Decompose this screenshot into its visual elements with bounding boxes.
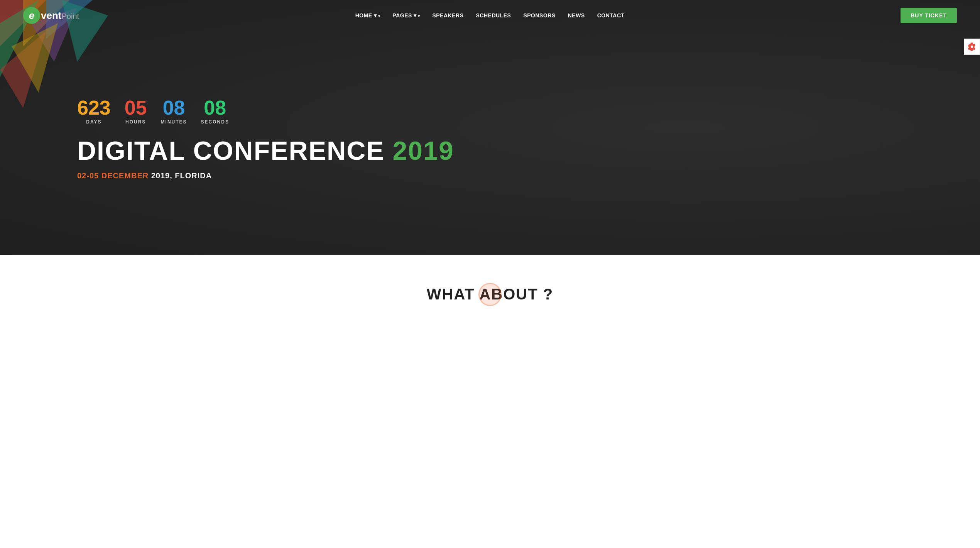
countdown-seconds: 08 SECONDS — [201, 98, 229, 125]
navbar: e ventPoint HOME ▾ PAGES ▾ SPEAKERS SCHE… — [0, 0, 980, 31]
days-number: 623 — [77, 98, 111, 118]
countdown-days: 623 DAYS — [77, 98, 111, 125]
minutes-label: MINUTES — [161, 119, 187, 125]
title-circle-decoration — [478, 283, 502, 306]
days-label: DAYS — [77, 119, 111, 125]
nav-item-sponsors[interactable]: SPONSORS — [523, 12, 555, 19]
countdown-hours: 05 HOURS — [125, 98, 147, 125]
hero-title-text: DIGITAL CONFERENCE — [77, 136, 385, 165]
gear-icon — [968, 42, 976, 51]
logo-name: vent — [41, 10, 61, 21]
buy-ticket-button[interactable]: BUY TICKET — [901, 8, 957, 23]
what-about-section: WHAT ABOUT ? — [0, 255, 980, 332]
minutes-number: 08 — [161, 98, 187, 118]
nav-item-pages[interactable]: PAGES ▾ — [392, 12, 420, 19]
hours-number: 05 — [125, 98, 147, 118]
nav-link-speakers[interactable]: SPEAKERS — [432, 12, 463, 19]
nav-links: HOME ▾ PAGES ▾ SPEAKERS SCHEDULES SPONSO… — [355, 12, 625, 19]
date-rest: 2019, FLORIDA — [151, 171, 212, 180]
countdown-minutes: 08 MINUTES — [161, 98, 187, 125]
logo[interactable]: e ventPoint — [23, 7, 79, 24]
hero-title: DIGITAL CONFERENCE 2019 — [77, 136, 454, 165]
what-about-title: WHAT ABOUT ? — [427, 286, 553, 303]
date-highlight: 02-05 DECEMBER — [77, 171, 149, 180]
nav-link-news[interactable]: NEWS — [568, 12, 585, 19]
hero-date: 02-05 DECEMBER 2019, FLORIDA — [77, 171, 454, 180]
seconds-number: 08 — [201, 98, 229, 118]
nav-link-contact[interactable]: CONTACT — [597, 12, 625, 19]
nav-item-contact[interactable]: CONTACT — [597, 12, 625, 19]
nav-item-speakers[interactable]: SPEAKERS — [432, 12, 463, 19]
nav-item-home[interactable]: HOME ▾ — [355, 12, 380, 19]
nav-link-home[interactable]: HOME ▾ — [355, 12, 380, 19]
nav-link-sponsors[interactable]: SPONSORS — [523, 12, 555, 19]
countdown: 623 DAYS 05 HOURS 08 MINUTES 08 SECONDS — [77, 98, 454, 125]
nav-link-schedules[interactable]: SCHEDULES — [476, 12, 511, 19]
hero-title-year: 2019 — [393, 136, 454, 165]
nav-link-pages[interactable]: PAGES ▾ — [392, 12, 420, 19]
nav-item-news[interactable]: NEWS — [568, 12, 585, 19]
hours-label: HOURS — [125, 119, 147, 125]
hero-section: 623 DAYS 05 HOURS 08 MINUTES 08 SECONDS … — [0, 0, 980, 255]
hero-content: 623 DAYS 05 HOURS 08 MINUTES 08 SECONDS … — [0, 74, 454, 180]
settings-button[interactable] — [964, 39, 980, 55]
logo-letter: e — [29, 10, 34, 22]
nav-item-schedules[interactable]: SCHEDULES — [476, 12, 511, 19]
logo-circle: e — [23, 7, 40, 24]
logo-text: ventPoint — [41, 10, 79, 22]
logo-point: Point — [61, 12, 79, 20]
seconds-label: SECONDS — [201, 119, 229, 125]
